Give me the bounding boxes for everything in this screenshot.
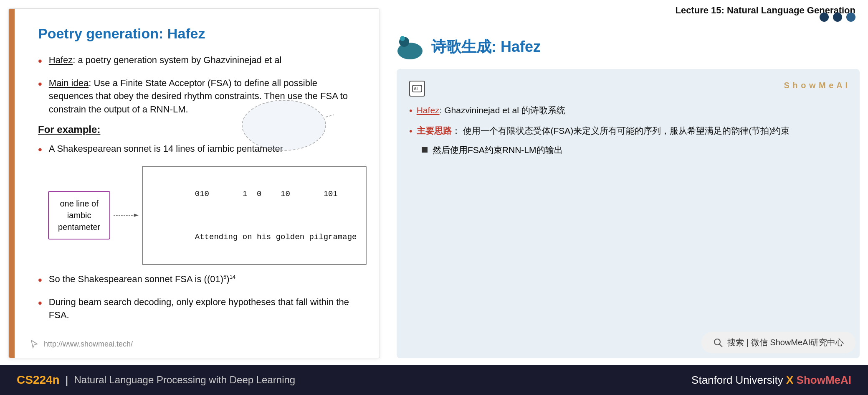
footer-nlp-text: Natural Language Processing with Deep Le… [74,374,295,386]
zh-title-area: 诗歌生成: Hafez [397,8,860,61]
zh-title-text: 诗歌生成: Hafez [431,37,541,57]
fsa-text: So the Shakespearean sonnet FSA is ((01)… [49,273,235,286]
footer-x: X [786,374,797,386]
zh-bullet-list: • Hafez: Ghazvininejad et al 的诗歌系统 • 主要思… [409,103,847,138]
bullet-dot-2: • [38,76,42,93]
url-text[interactable]: http://www.showmeai.tech/ [44,340,133,349]
url-area: http://www.showmeai.tech/ [30,339,133,349]
zh-bullet-main-idea: • 主要思路： 使用一个有限状态受体(FSA)来定义所有可能的序列，服从希望满足… [409,124,847,138]
zh-bullet-hafez: • Hafez: Ghazvininejad et al 的诗歌系统 [409,103,847,118]
diagram-arrow [114,209,139,222]
bullet-hafez: • Hafez: a poetry generation system by G… [38,54,359,70]
main-idea-label: Main idea [49,78,89,88]
iambic-pentameter-box: one line of iambic pentameter [48,191,110,240]
bullet-dot-3: • [38,141,42,158]
search-text: 搜索 | 微信 ShowMeAI研究中心 [727,337,844,348]
svg-point-9 [242,100,326,150]
zh-sub-bullet: 然后使用FSA约束RNN-LM的输出 [422,144,847,156]
footer-showmeai: ShowMeAI [797,374,851,386]
footer-cs224n: CS224n [17,373,60,387]
search-icon [713,338,723,348]
zh-key-label: 主要思路 [417,126,452,135]
cursor-icon [30,339,39,349]
zh-content-box: AI S h o w M e A I • Hafez: Ghazvinineja… [397,69,860,358]
showmeai-brand-label: S h o w M e A I [784,81,848,90]
svg-line-10 [326,100,334,117]
zh-main-idea-text: 主要思路： 使用一个有限状态受体(FSA)来定义所有可能的序列，服从希望满足的韵… [417,124,790,138]
footer-stanford: Stanford University [691,374,783,386]
connector-decoration [234,92,334,161]
svg-text:AI: AI [414,87,418,91]
zh-hafez-text: Hafez: Ghazvininejad et al 的诗歌系统 [417,103,565,117]
zh-sub-dot-icon [422,147,428,153]
panel-border-accent [9,9,15,358]
hafez-text: Hafez: a poetry generation system by Gha… [49,54,282,67]
zh-dot-1: • [409,103,412,118]
footer-right: Stanford University X ShowMeAI [691,374,851,387]
bullet-dot-4: • [38,272,42,289]
slide-title: Poetry generation: Hafez [38,25,359,42]
bullet-fsa: • So the Shakespearean sonnet FSA is ((0… [38,273,359,289]
fsa-sup-2: 14 [230,274,235,280]
right-panel: 诗歌生成: Hafez AI S h o w M e A I • Hafez: … [397,8,860,358]
zh-sub-text: 然后使用FSA约束RNN-LM的输出 [433,144,563,156]
bullet-dot-1: • [38,53,42,70]
footer-separator: | [66,374,68,387]
svg-point-4 [400,36,405,41]
footer-left: CS224n | Natural Language Processing wit… [17,373,295,387]
zh-dot-2: • [409,124,412,138]
zh-hafez-label: Hafez [417,105,440,115]
svg-marker-1 [134,214,139,217]
iambic-diagram: one line of iambic pentameter 010 1 0 10… [48,166,359,265]
svg-line-8 [719,344,722,347]
bullet-beam-search: • During beam search decoding, only expl… [38,296,359,322]
showmeai-logo [397,33,424,61]
left-slide-panel: Poetry generation: Hafez • Hafez: a poet… [8,8,380,358]
fsa-bullet-list: • So the Shakespearean sonnet FSA is ((0… [38,273,359,322]
page-footer: CS224n | Natural Language Processing wit… [0,365,868,395]
search-bar[interactable]: 搜索 | 微信 ShowMeAI研究中心 [701,332,855,353]
hafez-label: Hafez [49,55,73,65]
beam-search-text: During beam search decoding, only explor… [49,296,359,322]
code-example-box: 010 1 0 10 101 Attending on his golden p… [142,166,367,265]
bullet-dot-5: • [38,295,42,312]
ai-icon-box: AI [409,81,425,97]
svg-point-7 [714,339,720,345]
